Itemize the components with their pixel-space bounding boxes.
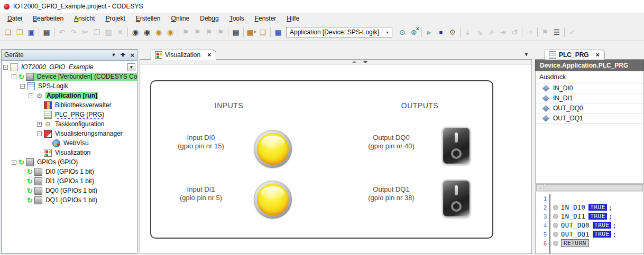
stop-icon[interactable]: ■ xyxy=(435,26,447,38)
code-line[interactable]: 1 xyxy=(536,194,643,203)
new-object-icon[interactable]: ▦▾ xyxy=(245,26,257,38)
switch-dq1[interactable] xyxy=(442,180,471,218)
code-line[interactable]: 3 IN_DI1 TRUE ; xyxy=(536,212,643,221)
tree-expander[interactable]: - xyxy=(29,93,33,98)
redo-icon[interactable]: ↷ xyxy=(68,26,79,38)
scrollbar-thumb[interactable] xyxy=(545,184,643,191)
tree-item[interactable]: - IOT2000_GPIO_Example ▼ xyxy=(2,62,137,72)
run-to-cursor-icon[interactable]: ⇥ xyxy=(497,26,509,38)
breakpoint-slot-icon[interactable] xyxy=(553,214,558,219)
tree-item[interactable]: PLC_PRG (PRG) xyxy=(2,110,137,119)
panel-close-icon[interactable]: × xyxy=(130,52,134,59)
code-line[interactable]: 2 IN_DI0 TRUE ; xyxy=(536,203,643,212)
scroll-left-icon[interactable]: ‹ xyxy=(536,184,544,191)
step-over-icon[interactable]: ⇣ xyxy=(462,26,474,38)
previous-bookmark-icon[interactable]: ⚑ xyxy=(191,26,203,38)
menu-item[interactable]: Tools xyxy=(224,14,250,23)
tree-item[interactable]: - Application [run] xyxy=(2,91,137,100)
find-in-project-icon[interactable]: ◉ xyxy=(153,26,164,38)
close-icon[interactable]: × xyxy=(596,52,600,58)
save-icon[interactable]: ▣ xyxy=(25,26,37,38)
menu-item[interactable]: Bearbeiten xyxy=(27,14,69,23)
tree-expander[interactable]: + xyxy=(37,122,42,127)
replace-in-project-icon[interactable]: ◉ xyxy=(164,26,176,38)
tree-item[interactable]: + Taskkonfiguration xyxy=(2,119,137,129)
menu-item[interactable]: Online xyxy=(166,14,195,23)
online-config-icon[interactable]: ⚙ xyxy=(447,26,458,38)
watch-row[interactable]: OUT_DQ0 xyxy=(536,103,643,114)
breakpoint-slot-icon[interactable] xyxy=(553,205,558,210)
tree-item[interactable]: ↻ DI0 (GPIOs 1 bit) xyxy=(2,167,137,176)
tree-expander[interactable]: - xyxy=(12,74,16,79)
login-icon[interactable]: ⊙ xyxy=(397,26,408,38)
menu-item[interactable]: Projekt xyxy=(100,14,130,23)
tree-item[interactable]: WebVisu xyxy=(2,138,137,148)
logout-icon[interactable]: ⊗ xyxy=(408,26,420,38)
project-dropdown-icon[interactable]: ▼ xyxy=(127,63,135,71)
tab-list-dropdown-icon[interactable]: ▼ xyxy=(524,52,529,57)
step-out-icon[interactable]: ⇗ xyxy=(485,26,497,38)
tree-expander[interactable]: - xyxy=(37,131,42,136)
find-icon[interactable]: ◉ xyxy=(130,26,141,38)
tree-item[interactable]: ↻ DQ1 (GPIOs 1 bit) xyxy=(2,195,137,205)
paste-icon[interactable]: ▨ xyxy=(103,26,114,38)
visualization-toolbox-icon[interactable]: ▦ xyxy=(272,26,284,38)
active-application-combo[interactable]: Application [Device: SPS-Logik] ▾ xyxy=(286,27,392,37)
cut-icon[interactable]: ✂ xyxy=(79,26,91,38)
tree-item[interactable]: - SPS-Logik xyxy=(2,81,137,91)
watch-row[interactable]: OUT_DQ1 xyxy=(536,114,643,124)
watch-row[interactable]: IN_DI0 xyxy=(536,83,643,93)
breakpoint-slot-icon[interactable] xyxy=(553,241,558,246)
code-line[interactable]: 5 OUT_DQ1 TRUE ; xyxy=(536,230,643,239)
menu-item[interactable]: Datei xyxy=(2,14,27,23)
code-line[interactable]: 4 OUT_DQ0 TRUE ; xyxy=(536,221,643,230)
clear-bookmarks-icon[interactable]: ⚑ xyxy=(215,26,226,38)
switch-dq0[interactable] xyxy=(442,127,471,165)
new-project-icon[interactable]: ❏ xyxy=(2,26,14,38)
tree-item[interactable]: - ↻ Device [Verbunden] (CODESYS Contro xyxy=(2,72,137,81)
undo-icon[interactable]: ↶ xyxy=(56,26,68,38)
horizontal-scrollbar[interactable]: ‹ xyxy=(535,183,644,192)
flow-control-icon[interactable]: ⚑ xyxy=(539,26,551,38)
toggle-bookmark-icon[interactable]: ⚑ xyxy=(180,26,191,38)
menu-item[interactable]: Erstellen xyxy=(131,14,166,23)
menu-item[interactable]: Ansicht xyxy=(69,14,100,23)
code-editor[interactable]: 1 2 IN_DI0 xyxy=(535,192,644,254)
panel-menu-dropdown-icon[interactable]: ▼ xyxy=(111,52,116,58)
reset-icon[interactable]: ↺ xyxy=(509,26,520,38)
tree-expander[interactable]: - xyxy=(20,84,25,89)
watch-row[interactable]: IN_DI1 xyxy=(536,93,643,103)
menu-item[interactable]: Fenster xyxy=(250,14,282,23)
new-file-icon[interactable]: ❏ xyxy=(257,26,269,38)
breakpoint-slot-icon[interactable] xyxy=(553,223,558,228)
watch-list-icon[interactable]: ▤ xyxy=(230,26,242,38)
close-icon[interactable]: × xyxy=(207,52,211,58)
delete-icon[interactable]: ✕ xyxy=(114,26,126,38)
next-bookmark-icon[interactable]: ⚑ xyxy=(203,26,215,38)
panel-pin-icon[interactable] xyxy=(121,52,125,58)
show-next-statement-icon[interactable]: ⇨ xyxy=(524,26,536,38)
tree-item[interactable]: - ↻ GPIOs (GPIO) xyxy=(2,157,137,167)
tree-expander[interactable]: - xyxy=(3,65,8,70)
tree-expander[interactable]: - xyxy=(12,160,16,165)
tab-plc-prg[interactable]: PLC_PRG × xyxy=(545,50,605,60)
editor-splitter[interactable] xyxy=(140,60,532,64)
copy-icon[interactable]: ❐ xyxy=(91,26,103,38)
call-tree-icon[interactable]: ☰ xyxy=(551,26,563,38)
breakpoint-slot-icon[interactable] xyxy=(553,232,558,237)
tree-item[interactable]: ↻ DI1 (GPIOs 1 bit) xyxy=(2,176,137,186)
tree-item[interactable]: - Visualisierungsmanager xyxy=(2,129,137,138)
menu-item[interactable]: Hilfe xyxy=(281,14,305,23)
code-line[interactable]: 6 RETURN xyxy=(536,239,643,248)
quick-replace-icon[interactable]: ◉ xyxy=(141,26,153,38)
tree-item[interactable]: Bibliotheksverwalter xyxy=(2,100,137,110)
collapse-down-icon[interactable] xyxy=(363,61,368,63)
build-check-icon[interactable]: ✓ xyxy=(566,26,578,38)
step-into-icon[interactable]: ⇘ xyxy=(474,26,485,38)
tab-visualization[interactable]: Visualization × xyxy=(151,50,216,60)
start-icon[interactable]: ▶ xyxy=(424,26,435,38)
print-icon[interactable]: ▤ xyxy=(41,26,52,38)
tree-item[interactable]: Visualization xyxy=(2,148,137,157)
tree-item[interactable]: ↻ DQ0 (GPIOs 1 bit) xyxy=(2,186,137,195)
menu-item[interactable]: Debug xyxy=(195,14,224,23)
